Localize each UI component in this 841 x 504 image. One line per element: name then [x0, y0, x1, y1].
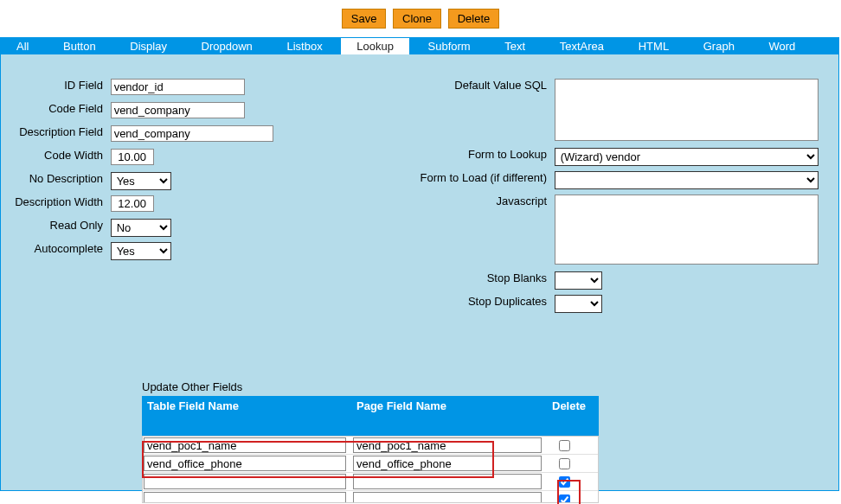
tab-subform[interactable]: Subform: [413, 38, 486, 55]
code-width-input[interactable]: [111, 149, 154, 165]
no-desc-select[interactable]: Yes: [111, 172, 171, 190]
tab-textarea[interactable]: TextArea: [544, 38, 620, 55]
table-field-input[interactable]: [144, 437, 346, 453]
tab-display[interactable]: Display: [114, 38, 183, 55]
grid-row: [143, 473, 598, 491]
code-field-label: Code Field: [1, 102, 107, 115]
grid-col-page-field: Page Field Name: [351, 396, 547, 436]
form-load-select[interactable]: [555, 171, 819, 189]
grid-col-table-field: Table Field Name: [142, 396, 351, 436]
page-field-input[interactable]: [353, 456, 542, 471]
update-heading: Update Other Fields: [142, 380, 599, 393]
clone-button[interactable]: Clone: [393, 9, 441, 29]
tab-all[interactable]: All: [1, 38, 44, 55]
page-field-input[interactable]: [353, 437, 542, 453]
javascript-label: Javascript: [416, 195, 551, 207]
page-field-input[interactable]: [353, 492, 542, 503]
page-root: Save Clone Delete All Button Display Dro…: [0, 0, 841, 504]
form-lookup-label: Form to Lookup: [416, 148, 551, 161]
tab-word[interactable]: Word: [754, 38, 812, 55]
right-column: Default Value SQL Form to Lookup (Wizard…: [416, 79, 823, 318]
desc-field-label: Description Field: [1, 125, 107, 138]
tab-button[interactable]: Button: [48, 38, 112, 55]
desc-field-input[interactable]: [111, 125, 273, 142]
autocomplete-label: Autocomplete: [1, 242, 107, 255]
table-field-input[interactable]: [144, 474, 346, 489]
javascript-textarea[interactable]: [555, 195, 819, 265]
stop-dupes-select[interactable]: [555, 295, 602, 313]
grid-row: [143, 455, 598, 473]
top-button-bar: Save Clone Delete: [0, 0, 841, 37]
stop-blanks-label: Stop Blanks: [416, 271, 551, 284]
stop-blanks-select[interactable]: [555, 271, 602, 290]
grid-col-delete: Delete: [547, 396, 580, 436]
content-panel: ID Field Code Field Description Field Co…: [0, 54, 839, 491]
delete-checkbox[interactable]: [559, 494, 570, 504]
delete-checkbox[interactable]: [559, 476, 570, 488]
update-other-fields-section: Update Other Fields Table Field Name Pag…: [142, 380, 599, 504]
desc-width-input[interactable]: [111, 195, 154, 212]
tab-text[interactable]: Text: [489, 38, 541, 55]
tab-strip: All Button Display Dropdown Listbox Look…: [0, 37, 839, 54]
grid-body[interactable]: [142, 436, 599, 503]
tab-graph[interactable]: Graph: [688, 38, 750, 55]
no-desc-label: No Description: [1, 172, 107, 185]
grid-row: [143, 437, 598, 455]
save-button[interactable]: Save: [342, 9, 387, 29]
left-column: ID Field Code Field Description Field Co…: [1, 79, 278, 265]
desc-width-label: Description Width: [1, 195, 107, 208]
tab-listbox[interactable]: Listbox: [271, 38, 337, 55]
table-field-input[interactable]: [144, 492, 346, 503]
read-only-select[interactable]: No: [111, 219, 171, 237]
autocomplete-select[interactable]: Yes: [111, 242, 171, 260]
id-field-label: ID Field: [1, 79, 107, 92]
form-load-label: Form to Load (if different): [416, 171, 551, 184]
code-field-input[interactable]: [111, 102, 245, 118]
default-sql-label: Default Value SQL: [416, 79, 551, 92]
delete-checkbox[interactable]: [559, 440, 570, 451]
read-only-label: Read Only: [1, 219, 107, 232]
delete-checkbox[interactable]: [559, 458, 570, 469]
table-field-input[interactable]: [144, 456, 346, 471]
id-field-input[interactable]: [111, 79, 245, 95]
tab-lookup[interactable]: Lookup: [341, 38, 409, 55]
delete-button[interactable]: Delete: [448, 9, 500, 29]
default-sql-textarea[interactable]: [555, 79, 819, 141]
grid-row: [143, 491, 598, 503]
form-lookup-select[interactable]: (Wizard) vendor: [555, 148, 819, 166]
tab-dropdown[interactable]: Dropdown: [186, 38, 268, 55]
grid-header: Table Field Name Page Field Name Delete: [142, 396, 599, 436]
page-field-input[interactable]: [353, 474, 542, 489]
code-width-label: Code Width: [1, 149, 107, 162]
tab-html[interactable]: HTML: [623, 38, 684, 55]
stop-dupes-label: Stop Duplicates: [416, 295, 551, 308]
